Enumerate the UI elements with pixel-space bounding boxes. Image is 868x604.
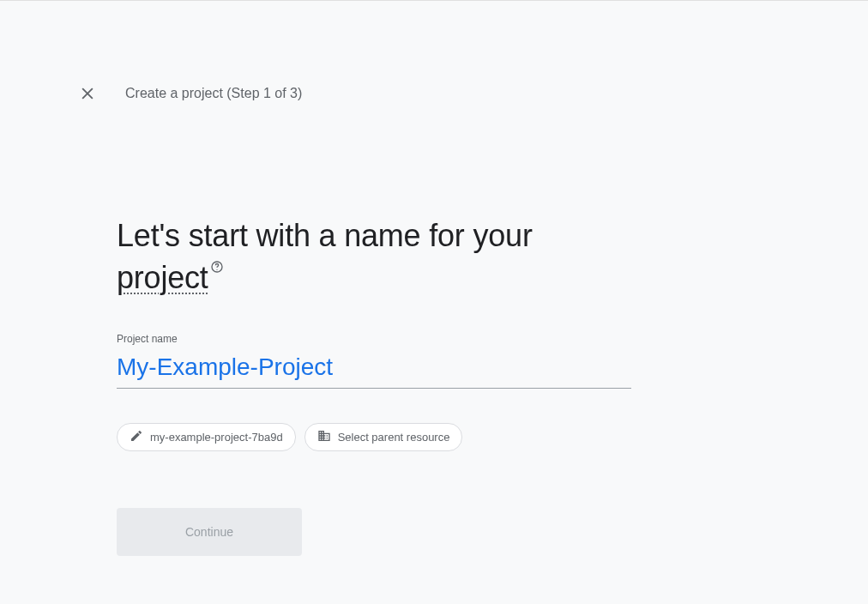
project-name-label: Project name: [117, 333, 631, 345]
svg-point-3: [216, 269, 217, 269]
organization-icon: [317, 429, 331, 445]
parent-resource-chip-label: Select parent resource: [338, 431, 450, 444]
step-title: Create a project (Step 1 of 3): [125, 86, 302, 101]
project-id-chip-label: my-example-project-7ba9d: [150, 431, 283, 444]
project-id-chip[interactable]: my-example-project-7ba9d: [117, 423, 296, 451]
help-icon[interactable]: [210, 260, 224, 278]
parent-resource-chip[interactable]: Select parent resource: [304, 423, 463, 451]
heading-prefix: Let's start with a name for your: [117, 218, 533, 253]
heading-underlined-term[interactable]: project: [117, 260, 208, 295]
continue-button[interactable]: Continue: [117, 508, 302, 556]
project-name-input[interactable]: [117, 348, 631, 389]
page-heading: Let's start with a name for your project: [117, 215, 631, 299]
close-icon[interactable]: [77, 83, 98, 104]
pencil-icon: [130, 429, 143, 445]
